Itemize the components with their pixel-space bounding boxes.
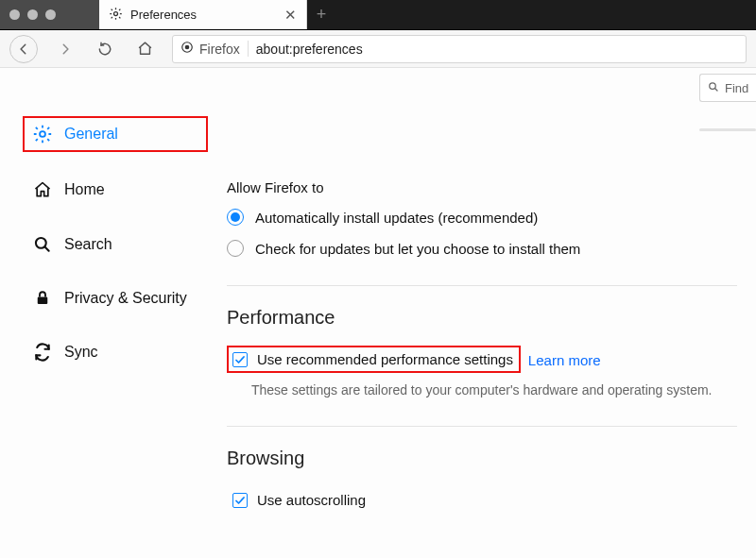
find-in-preferences[interactable]: Find (699, 74, 756, 102)
back-button[interactable] (9, 35, 38, 63)
svg-point-3 (40, 131, 45, 137)
lock-icon (32, 290, 53, 307)
gear-icon (32, 124, 53, 144)
svg-line-5 (45, 247, 49, 251)
reload-button[interactable] (93, 37, 117, 61)
identity-label: Firefox (199, 42, 240, 57)
checkbox-icon (232, 352, 248, 367)
sidebar-item-general[interactable]: General (23, 116, 208, 152)
sync-icon (32, 343, 53, 362)
svg-point-2 (185, 45, 190, 50)
home-icon (32, 180, 53, 199)
window-minimize-dot[interactable] (27, 9, 38, 20)
tab-title: Preferences (130, 8, 197, 22)
search-icon (32, 235, 53, 254)
sidebar-item-label: Sync (64, 344, 98, 361)
url-bar[interactable]: Firefox about:preferences (172, 35, 747, 63)
gear-icon (109, 7, 123, 24)
divider (699, 128, 756, 131)
url-text: about:preferences (256, 42, 363, 57)
find-placeholder: Find (725, 81, 748, 95)
identity-box[interactable]: Firefox (180, 41, 249, 57)
radio-label: Check for updates but let you choose to … (255, 241, 580, 257)
svg-rect-6 (38, 297, 48, 305)
radio-icon (227, 209, 244, 226)
window-zoom-dot[interactable] (45, 9, 56, 20)
browsing-section: Browsing Use autoscrolling (227, 426, 737, 514)
forward-button[interactable] (53, 37, 77, 61)
sidebar-item-label: Privacy & Security (64, 290, 187, 307)
checkbox-label: Use autoscrolling (257, 492, 366, 508)
nav-toolbar: Firefox about:preferences (0, 30, 756, 68)
radio-check-update[interactable]: Check for updates but let you choose to … (227, 240, 737, 257)
svg-point-0 (114, 11, 118, 15)
window-controls (0, 0, 99, 29)
performance-help-text: These settings are tailored to your comp… (227, 382, 737, 397)
section-heading: Performance (227, 307, 737, 329)
tab-strip: Preferences ✕ + (0, 0, 756, 30)
sidebar-item-sync[interactable]: Sync (23, 335, 208, 369)
home-button[interactable] (132, 37, 157, 61)
category-sidebar: General Home Search Privacy & Security S (0, 68, 227, 558)
sidebar-item-privacy[interactable]: Privacy & Security (23, 282, 208, 314)
search-icon (708, 81, 719, 95)
sidebar-item-label: Home (64, 181, 105, 198)
radio-icon (227, 240, 244, 257)
sidebar-item-home[interactable]: Home (23, 173, 208, 207)
checkbox-autoscrolling[interactable]: Use autoscrolling (227, 486, 373, 514)
close-tab-icon[interactable]: ✕ (284, 7, 297, 24)
sidebar-item-label: Search (64, 236, 112, 253)
preferences-page: General Home Search Privacy & Security S (0, 68, 756, 558)
checkbox-recommended-performance[interactable]: Use recommended performance settings (227, 346, 521, 373)
radio-label: Automatically install updates (recommend… (255, 210, 538, 226)
checkbox-label: Use recommended performance settings (257, 351, 513, 367)
sidebar-item-search[interactable]: Search (23, 228, 208, 262)
updates-intro: Allow Firefox to (227, 179, 737, 195)
sidebar-item-label: General (64, 126, 118, 143)
browser-tab-preferences[interactable]: Preferences ✕ (99, 0, 307, 29)
svg-line-8 (715, 88, 718, 91)
learn-more-link[interactable]: Learn more (528, 352, 601, 368)
section-heading: Browsing (227, 448, 737, 469)
performance-section: Performance Use recommended performance … (227, 285, 737, 397)
radio-auto-update[interactable]: Automatically install updates (recommend… (227, 209, 737, 226)
window-close-dot[interactable] (9, 9, 20, 20)
content-area: Find Allow Firefox to Automatically inst… (227, 68, 756, 558)
new-tab-button[interactable]: + (307, 0, 335, 29)
checkbox-icon (232, 493, 248, 508)
firefox-icon (180, 41, 194, 57)
